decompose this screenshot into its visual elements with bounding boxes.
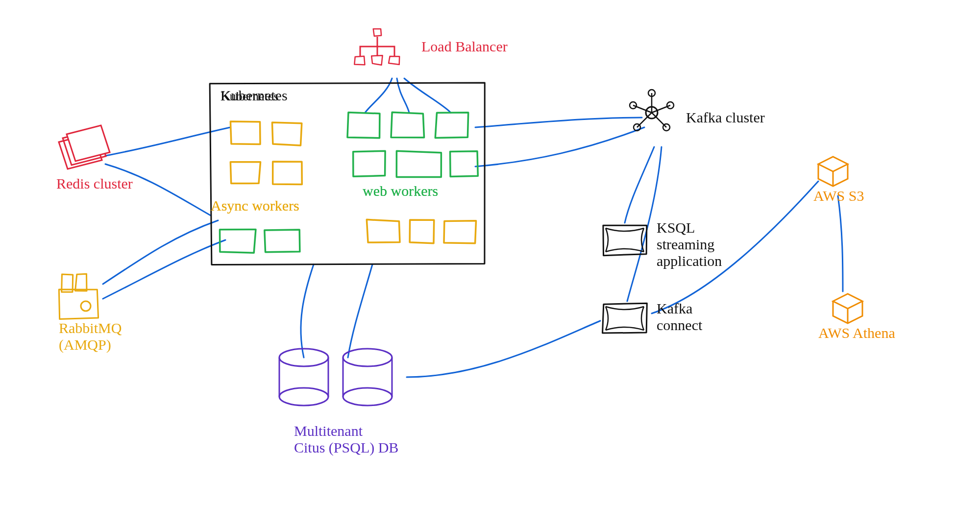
edge: [348, 264, 372, 358]
svg-point-12: [343, 388, 392, 406]
svg-text:streaming: streaming: [657, 236, 714, 252]
svg-text:AWS Athena: AWS Athena: [818, 325, 895, 341]
edge: [407, 321, 600, 377]
svg-text:RabbitMQ: RabbitMQ: [59, 320, 122, 336]
svg-text:application: application: [657, 253, 722, 269]
edge: [103, 220, 218, 284]
edge: [103, 240, 225, 299]
svg-text:Multitenant: Multitenant: [294, 423, 363, 439]
edge: [475, 118, 642, 127]
svg-text:(AMQP): (AMQP): [59, 336, 111, 353]
edge: [625, 147, 654, 223]
svg-text:KSQL: KSQL: [657, 219, 695, 236]
svg-point-10: [279, 388, 328, 406]
architecture-diagram: KubernetesLoad BalancerKubernetesweb wor…: [0, 0, 980, 526]
svg-point-6: [81, 301, 91, 311]
svg-text:Load Balancer: Load Balancer: [421, 38, 508, 54]
svg-text:Kafka cluster: Kafka cluster: [686, 109, 765, 125]
svg-text:Async workers: Async workers: [211, 197, 299, 214]
svg-text:Kubernetes: Kubernetes: [220, 87, 288, 103]
edge: [301, 264, 314, 358]
edge: [838, 196, 843, 291]
edge: [475, 127, 644, 167]
svg-point-11: [343, 349, 392, 366]
svg-text:Redis cluster: Redis cluster: [56, 175, 133, 191]
svg-text:Citus (PSQL) DB: Citus (PSQL) DB: [294, 439, 398, 456]
svg-text:Kafka: Kafka: [657, 300, 692, 316]
svg-text:web workers: web workers: [363, 183, 438, 199]
svg-text:AWS S3: AWS S3: [813, 188, 864, 204]
svg-text:connect: connect: [657, 317, 703, 333]
edge: [105, 127, 230, 156]
